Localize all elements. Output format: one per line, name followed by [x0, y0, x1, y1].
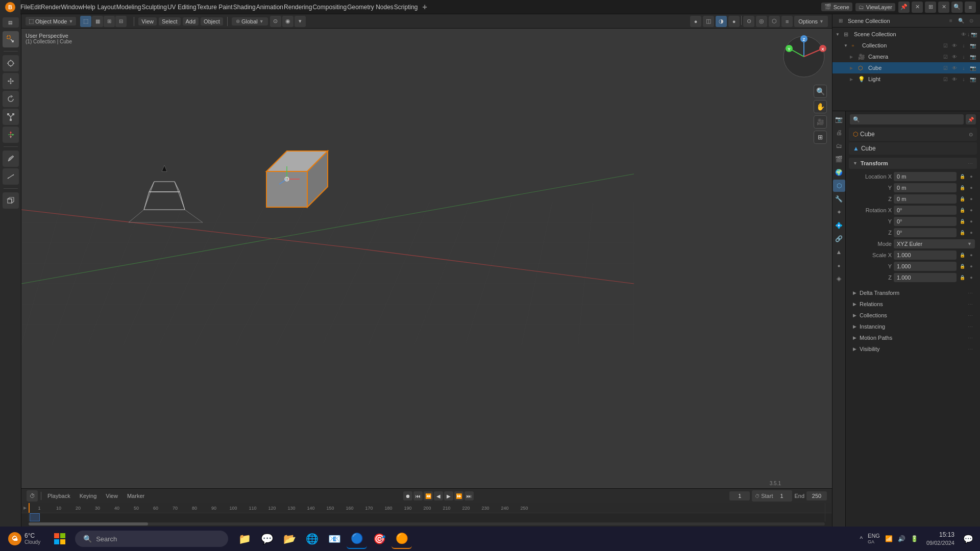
scene-selector[interactable]: 🎬 Scene [821, 3, 852, 11]
scale-y-anim[interactable]: ● [968, 264, 975, 269]
ol-col-sel[interactable]: ↓ [960, 43, 968, 48]
rotation-x-field[interactable]: 0° [894, 206, 957, 215]
cursor-tool-btn[interactable] [3, 55, 19, 71]
xray-icon[interactable]: ⬡ [769, 16, 780, 27]
ol-cube-vis[interactable]: 👁 [950, 65, 959, 71]
tl-track-area[interactable] [29, 513, 825, 521]
prop-search-bar[interactable]: 🔍 [850, 114, 964, 124]
taskbar-app-edge[interactable]: 🌐 [302, 529, 322, 549]
location-y-field[interactable]: 0 m [894, 183, 957, 192]
scale-x-anim[interactable]: ● [968, 253, 975, 258]
taskbar-app-blender[interactable]: 🟠 [391, 529, 412, 549]
ol-sc-render[interactable]: 📷 [971, 32, 977, 37]
ol-light-render[interactable]: 📷 [969, 77, 977, 82]
editor-type-selector[interactable]: ⬚ Object Mode ▼ [26, 17, 76, 26]
taskbar-app-chrome[interactable]: 🔵 [347, 529, 367, 549]
viewport-3d[interactable]: User Perspective (1) Collection | Cube [21, 29, 832, 488]
pin-icon[interactable]: 📌 [898, 2, 910, 13]
prop-data-name-input[interactable] [861, 145, 973, 152]
transform-tool-btn[interactable] [3, 127, 19, 143]
options-icon[interactable]: ≡ [781, 16, 793, 27]
systray-volume[interactable]: 🔊 [896, 533, 908, 544]
prop-obj-name-input[interactable] [860, 131, 967, 138]
scale-tool-btn[interactable] [3, 109, 19, 125]
workspace-tab-shading[interactable]: Shading [233, 4, 256, 11]
viewport-shading-render[interactable]: ● [728, 16, 740, 27]
menu-file[interactable]: File [20, 4, 30, 11]
tl-keying-btn[interactable]: Keying [77, 492, 100, 500]
ol-filter-icon[interactable]: ≡ [946, 16, 955, 26]
viewport-object-menu[interactable]: Object [201, 17, 223, 26]
viewport-gizmo[interactable]: Z X Y [781, 34, 827, 80]
ol-search-icon[interactable]: 🔍 [957, 16, 966, 26]
workspace-tab-rendering[interactable]: Rendering [284, 4, 312, 11]
measure-tool-btn[interactable] [3, 168, 19, 185]
rotation-z-lock[interactable]: 🔒 [959, 230, 966, 235]
systray-lang[interactable]: ENG GA [866, 531, 882, 547]
scale-x-lock[interactable]: 🔒 [959, 253, 966, 258]
ol-col-checkbox[interactable]: ☑ [941, 43, 949, 48]
proportional-edit-icon[interactable]: ◉ [282, 16, 293, 27]
current-frame-input[interactable] [729, 491, 750, 500]
prop-tab-output[interactable]: 🖨 [833, 127, 845, 139]
blender-logo[interactable]: B [0, 0, 20, 14]
start-frame-input[interactable] [774, 491, 789, 500]
location-z-anim[interactable]: ● [968, 196, 975, 202]
close-scene-icon[interactable]: ✕ [912, 2, 923, 13]
viewport-view-menu[interactable]: View [138, 17, 157, 26]
tl-playback-btn[interactable]: Playback [44, 492, 74, 500]
ol-cam-render[interactable]: 📷 [969, 54, 977, 60]
snap-icon[interactable]: ⊙ [270, 16, 281, 27]
rotation-z-field[interactable]: 0° [894, 228, 957, 237]
gizmo-icon[interactable]: ◎ [756, 16, 767, 27]
annotate-tool-btn[interactable] [3, 151, 19, 167]
workspace-tab-sculpting[interactable]: Sculpting [142, 4, 167, 11]
prop-tab-world[interactable]: 🌍 [833, 166, 845, 179]
rotation-y-lock[interactable]: 🔒 [959, 219, 966, 224]
overlay-icon[interactable]: ⊙ [743, 16, 754, 27]
taskbar-app-fileexplorer[interactable]: 📁 [234, 529, 255, 549]
scale-x-field[interactable]: 1.000 [894, 251, 957, 260]
location-y-lock[interactable]: 🔒 [959, 185, 966, 190]
taskbar-app-outlook[interactable]: 📧 [324, 529, 345, 549]
menu-help[interactable]: Help [83, 4, 95, 11]
viewport-mode-icon-4[interactable]: ⊟ [115, 16, 127, 27]
taskbar-app-explorer2[interactable]: 📂 [279, 529, 300, 549]
weather-widget[interactable]: 🌤 6°C Cloudy [4, 530, 44, 547]
ol-camera-row[interactable]: ▶ 🎥 Camera ☑ 👁 ↓ 📷 [832, 51, 980, 62]
scale-y-field[interactable]: 1.000 [894, 262, 957, 271]
scale-z-anim[interactable]: ● [968, 275, 975, 280]
system-clock[interactable]: 15:13 09/02/2024 [921, 531, 960, 547]
tl-play-back-btn[interactable]: ◀ [434, 491, 443, 500]
move-tool-btn[interactable] [3, 73, 19, 89]
collections-subsection[interactable]: ▶ Collections ⋯ [849, 310, 977, 321]
ortho-persp-btn[interactable]: ⊞ [814, 131, 827, 144]
rotation-y-anim[interactable]: ● [968, 219, 975, 224]
ol-cam-vis[interactable]: 👁 [950, 54, 959, 60]
viewport-shading-dot[interactable]: ● [690, 16, 701, 27]
prop-tab-data[interactable]: ▲ [833, 246, 845, 258]
filter-header-icon[interactable]: ≡ [965, 2, 976, 13]
prop-tab-object[interactable]: ⬡ [833, 180, 845, 192]
ol-sc-sel[interactable]: ↓ [967, 32, 970, 37]
rotation-x-anim[interactable]: ● [968, 208, 975, 213]
location-x-anim[interactable]: ● [968, 174, 975, 179]
location-x-field[interactable]: 0 m [894, 172, 957, 181]
transform-space-selector[interactable]: ⊕ Global ▼ [232, 17, 268, 26]
taskbar-app-powerpoint[interactable]: 🎯 [369, 529, 389, 549]
workspace-tab-modeling[interactable]: Modeling [116, 4, 141, 11]
systray-battery[interactable]: 🔋 [909, 533, 920, 544]
menu-render[interactable]: Render [41, 4, 61, 11]
location-x-lock[interactable]: 🔒 [959, 174, 966, 179]
taskbar-search[interactable]: 🔍 Search [75, 531, 228, 547]
viewport-shading-wire[interactable]: ◫ [703, 16, 714, 27]
workspace-tab-animation[interactable]: Animation [256, 4, 283, 11]
prop-tab-scene[interactable]: 🎬 [833, 153, 845, 165]
view-layer-close-icon[interactable]: ✕ [938, 2, 949, 13]
systray-network[interactable]: 📶 [883, 533, 895, 544]
ol-cube-render[interactable]: 📷 [969, 65, 977, 71]
workspace-tab-uv[interactable]: UV Editing [167, 4, 197, 11]
ol-light-row[interactable]: ▶ 💡 Light ☑ 👁 ↓ 📷 [832, 73, 980, 85]
expand-icon[interactable]: ⊞ [925, 2, 936, 13]
ol-cam-checkbox[interactable]: ☑ [941, 54, 949, 60]
